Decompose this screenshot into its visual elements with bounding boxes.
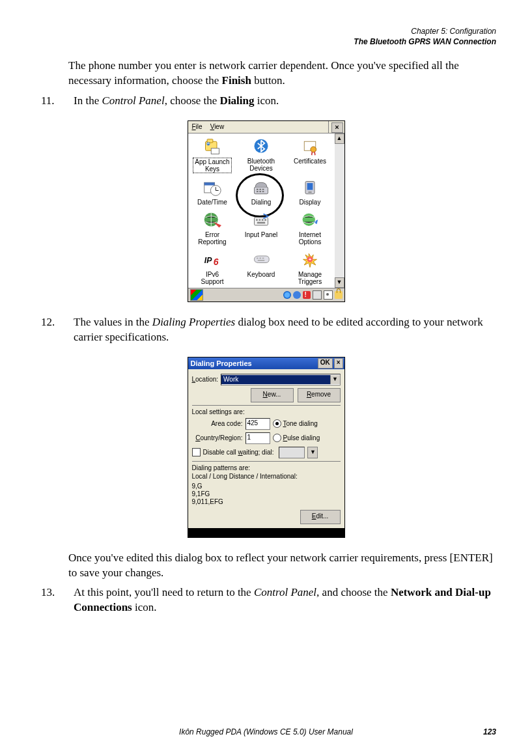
app-launch-keys-icon: A — [202, 137, 223, 157]
svg-rect-16 — [259, 191, 261, 193]
svg-rect-9 — [204, 182, 215, 185]
menubar: File View × — [188, 121, 344, 133]
area-code-label: Area code: — [192, 419, 243, 428]
svg-rect-17 — [262, 191, 264, 193]
chevron-down-icon[interactable]: ▼ — [330, 375, 340, 384]
scrollbar[interactable]: ▲ ▼ — [335, 133, 344, 288]
step-12: 12. The values in the Dialing Properties… — [36, 315, 496, 350]
cp-item-input-panel[interactable]: Input Panel — [237, 210, 286, 248]
taskbar — [188, 288, 344, 301]
step-12-after: Once you've edited this dialog box to re… — [68, 551, 496, 581]
footer-book-title: Ikôn Rugged PDA (Windows CE 5.0) User Ma… — [62, 727, 470, 736]
svg-rect-14 — [262, 189, 264, 190]
cp-item-ipv6-support[interactable]: IP6 IPv6 Support — [188, 249, 237, 288]
svg-rect-13 — [259, 189, 261, 190]
page-header: Chapter 5: Configuration The Bluetooth G… — [36, 26, 496, 47]
dialing-patterns-sub: Local / Long Distance / International: — [192, 472, 341, 481]
step-13: 13. At this point, you'll need to return… — [36, 585, 496, 621]
date-time-icon — [202, 178, 223, 198]
svg-point-28 — [303, 214, 315, 226]
bluetooth-icon — [251, 137, 272, 157]
tray-blue-icon[interactable] — [293, 291, 301, 299]
svg-text:6: 6 — [214, 257, 219, 267]
start-button[interactable] — [190, 289, 203, 301]
svg-rect-24 — [259, 219, 261, 221]
svg-rect-15 — [257, 191, 259, 193]
tray-alert-icon[interactable] — [303, 291, 311, 299]
remove-button[interactable]: Remove — [298, 388, 341, 402]
svg-rect-22 — [255, 217, 268, 225]
cp-item-date-time[interactable]: Date/Time — [188, 177, 237, 208]
page-footer: Ikôn Rugged PDA (Windows CE 5.0) User Ma… — [36, 727, 496, 736]
footer-page-number: 123 — [470, 727, 496, 736]
close-button[interactable]: × — [334, 358, 343, 369]
svg-rect-34 — [258, 260, 265, 261]
svg-rect-25 — [262, 219, 264, 221]
header-chapter: Chapter 5: Configuration — [36, 26, 496, 36]
dialog-footer-bar — [188, 528, 344, 537]
checkbox-icon — [192, 448, 201, 456]
cp-item-bluetooth-devices[interactable]: Bluetooth Devices — [237, 136, 286, 176]
svg-rect-27 — [257, 222, 265, 224]
svg-rect-26 — [264, 219, 266, 221]
internet-options-icon — [300, 211, 320, 231]
tray-lock-icon[interactable] — [335, 291, 343, 299]
step-11: 11. In the Control Panel, choose the Dia… — [36, 94, 496, 114]
disable-call-waiting-check[interactable]: Disable call waiting; dial: ▼ — [192, 447, 341, 458]
close-button[interactable]: × — [331, 122, 343, 133]
svg-point-7 — [311, 147, 316, 152]
dialog-titlebar: Dialing Properties OK × — [188, 357, 344, 369]
local-settings-heading: Local settings are: — [192, 408, 341, 417]
system-tray — [283, 290, 343, 300]
ipv6-icon: IP6 — [202, 251, 223, 270]
menu-file[interactable]: File — [188, 121, 206, 133]
cp-item-app-launch-keys[interactable]: A App Launch Keys — [188, 136, 237, 176]
tone-dialing-radio[interactable]: Tone dialing — [273, 419, 341, 428]
keyboard-icon — [251, 251, 272, 270]
radio-on-icon — [273, 419, 281, 428]
tray-card-icon[interactable] — [313, 290, 322, 300]
icon-grid: A App Launch Keys Bluetooth Devices — [188, 133, 335, 288]
scroll-up-icon[interactable]: ▲ — [335, 133, 344, 144]
scroll-down-icon[interactable]: ▼ — [335, 277, 344, 288]
certificates-icon — [300, 137, 320, 157]
display-icon — [300, 178, 320, 198]
input-panel-icon — [251, 211, 272, 231]
cp-item-manage-triggers[interactable]: + Manage Triggers — [286, 249, 335, 288]
dialing-patterns-text: 9,G 9,1FG 9,011,EFG — [192, 483, 341, 506]
svg-rect-19 — [307, 183, 313, 190]
dialing-properties-screenshot: Dialing Properties OK × Location: Work ▼… — [188, 357, 345, 538]
cp-item-internet-options[interactable]: Internet Options — [286, 210, 335, 248]
tray-disk-icon[interactable] — [324, 290, 333, 300]
call-waiting-dial-input — [279, 447, 305, 458]
chevron-down-icon: ▼ — [307, 447, 318, 458]
svg-rect-11 — [255, 187, 268, 194]
svg-rect-31 — [257, 258, 259, 259]
tray-network-icon[interactable] — [283, 291, 291, 299]
dialog-title: Dialing Properties — [191, 359, 316, 369]
svg-text:+: + — [309, 257, 311, 262]
edit-button[interactable]: Edit... — [300, 510, 341, 524]
cp-item-error-reporting[interactable]: Error Reporting — [188, 210, 237, 248]
svg-rect-32 — [259, 258, 261, 259]
dialing-patterns-heading: Dialing patterns are: — [192, 464, 341, 473]
pulse-dialing-radio[interactable]: Pulse dialing — [273, 434, 341, 443]
ok-button[interactable]: OK — [318, 358, 333, 369]
area-code-input[interactable]: 425 — [245, 418, 270, 430]
svg-rect-4 — [211, 148, 219, 154]
cp-item-keyboard[interactable]: Keyboard — [237, 249, 286, 288]
manage-triggers-icon: + — [300, 251, 320, 270]
cp-item-dialing[interactable]: Dialing — [237, 177, 286, 208]
svg-text:IP: IP — [204, 256, 212, 265]
location-label: Location: — [192, 375, 219, 384]
new-button[interactable]: New... — [251, 388, 294, 402]
cp-item-display[interactable]: Display — [286, 177, 335, 208]
svg-rect-23 — [256, 219, 258, 221]
cp-item-certificates[interactable]: Certificates — [286, 136, 335, 176]
menu-view[interactable]: View — [206, 121, 229, 133]
country-region-input[interactable]: 1 — [245, 432, 270, 444]
header-section: The Bluetooth GPRS WAN Connection — [36, 36, 496, 47]
location-select[interactable]: Work ▼ — [221, 374, 340, 385]
country-region-label: Country/Region: — [192, 434, 243, 443]
control-panel-screenshot: File View × A App Launch Keys — [188, 120, 345, 302]
